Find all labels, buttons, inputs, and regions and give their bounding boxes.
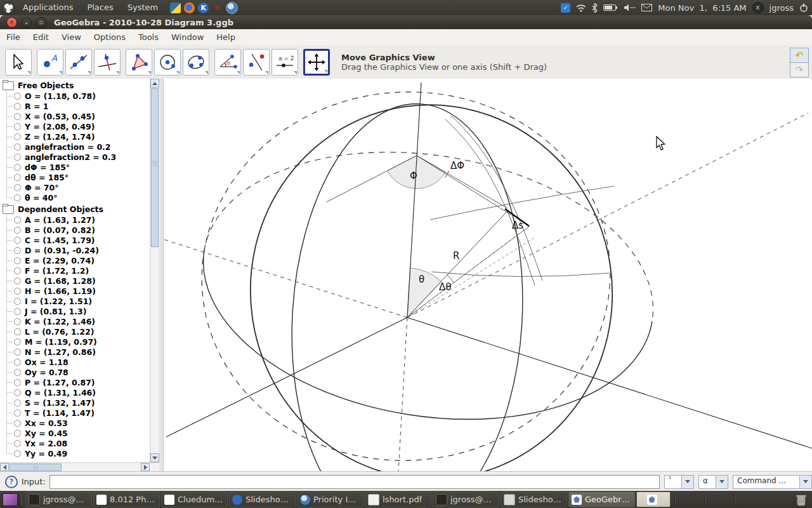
algebra-horizontal-scrollbar[interactable] [0,462,159,472]
object-visibility-bullet[interactable] [14,184,21,191]
battery-icon[interactable] [603,4,619,11]
object-visibility-bullet[interactable] [14,217,21,224]
task-button[interactable] [636,491,671,507]
algebra-object-row[interactable]: T = (1.14, 1.47) [0,408,150,418]
algebra-input-field[interactable] [49,475,660,489]
window-titlebar[interactable]: ✕ ⌄ ▫ GeoGebra - 2010-10-28 Diagram 3.gg… [0,15,812,29]
object-visibility-bullet[interactable] [14,93,21,100]
chevron-down-icon[interactable] [681,476,693,488]
username[interactable]: jgross [769,3,794,13]
algebra-object-row[interactable]: Yx = 2.08 [0,438,150,448]
ubuntu-logo-icon[interactable] [3,2,15,14]
object-visibility-bullet[interactable] [14,113,21,120]
algebra-object-row[interactable]: Oy = 0.78 [0,367,150,377]
algebra-object-row[interactable]: P = (1.27, 0.87) [0,377,150,387]
algebra-object-row[interactable]: F = (1.72, 1.2) [0,265,150,276]
object-visibility-bullet[interactable] [14,133,21,140]
python-icon[interactable] [170,3,181,13]
object-visibility-bullet[interactable] [14,399,21,406]
clock[interactable]: Mon Nov 1, 6:15 AM [658,3,746,13]
algebra-object-row[interactable]: O = (1.18, 0.78) [0,91,150,101]
algebra-view[interactable]: Free Objects O = (1.18, 0.78) R = 1 [0,79,150,462]
algebra-object-row[interactable]: Φ = 70° [0,182,150,192]
algebra-object-row[interactable]: anglefraction2 = 0.3 [0,152,150,162]
object-visibility-bullet[interactable] [14,369,21,376]
menu-file[interactable]: File [0,29,27,45]
menu-edit[interactable]: Edit [27,29,55,45]
object-visibility-bullet[interactable] [14,123,21,130]
tool-reflect-button[interactable] [243,49,270,76]
algebra-object-row[interactable]: Ox = 1.18 [0,357,150,367]
tool-move-button[interactable] [5,49,32,76]
scroll-left-button[interactable] [0,463,9,471]
window-close-button[interactable]: ✕ [6,17,17,28]
algebra-object-row[interactable]: G = (1.68, 1.28) [0,276,150,286]
algebra-object-row[interactable]: M = (1.19, 0.97) [0,337,150,347]
object-visibility-bullet[interactable] [14,277,21,284]
tool-perpendicular-line-button[interactable] [94,49,121,76]
algebra-object-row[interactable]: dΦ = 185° [0,162,150,172]
algebra-object-row[interactable]: L = (0.76, 1.22) [0,326,150,337]
menu-window[interactable]: Window [165,29,210,45]
menu-tools[interactable]: Tools [132,29,165,45]
object-visibility-bullet[interactable] [14,164,21,171]
tool-line-button[interactable] [65,49,92,76]
object-visibility-bullet[interactable] [14,440,21,447]
chevron-down-icon[interactable] [799,476,811,488]
algebra-object-row[interactable]: Xx = 0.53 [0,418,150,428]
command-dropdown[interactable]: Command ... [733,475,812,489]
starburst-icon[interactable]: ✳ [212,3,223,13]
task-button[interactable]: GeoGebra ... [568,491,635,507]
mail-icon[interactable] [641,4,652,11]
window-maximize-button[interactable]: ▫ [36,17,46,28]
object-visibility-bullet[interactable] [14,227,21,234]
object-visibility-bullet[interactable] [14,103,21,110]
kile-icon[interactable]: K [198,3,209,13]
algebra-object-row[interactable]: R = 1 [0,101,150,111]
input-help-icon[interactable]: ? [5,476,18,488]
greek-letter-dropdown[interactable]: α [698,475,728,489]
tool-ellipse-button[interactable] [183,49,209,76]
algebra-object-row[interactable]: dθ = 185° [0,172,150,182]
chevron-down-icon[interactable] [716,476,728,488]
task-button[interactable]: Slideshow.... [501,491,567,507]
panel-splitter[interactable] [159,79,164,471]
algebra-object-row[interactable]: D = (0.91, -0.24) [0,245,150,255]
algebra-object-row[interactable]: B = (0.07, 0.82) [0,225,150,235]
tool-circle-button[interactable] [154,49,181,76]
object-visibility-bullet[interactable] [14,237,21,244]
object-visibility-bullet[interactable] [14,420,21,427]
algebra-object-row[interactable]: K = (1.22, 1.46) [0,316,150,326]
object-visibility-bullet[interactable] [14,328,21,335]
places-menu[interactable]: Places [81,0,119,15]
object-visibility-bullet[interactable] [14,247,21,254]
web-browser-icon[interactable] [226,2,238,14]
menu-options[interactable]: Options [88,29,132,45]
bluetooth-icon[interactable] [592,3,598,13]
graphics-view[interactable]: Φ ΔΦ θ Δθ R Δs [164,79,812,471]
wifi-icon[interactable] [576,3,586,12]
object-visibility-bullet[interactable] [14,359,21,366]
undo-button[interactable]: ↶ [790,48,809,63]
object-visibility-bullet[interactable] [14,154,21,161]
volume-icon[interactable] [624,4,636,11]
window-minimize-button[interactable]: ⌄ [21,17,32,28]
task-button[interactable]: Cluedump ... [161,491,228,507]
algebra-object-row[interactable]: Y = (2.08, 0.49) [0,121,150,131]
object-visibility-bullet[interactable] [14,257,21,264]
object-visibility-bullet[interactable] [14,338,21,345]
tool-angle-button[interactable]: α [214,49,241,76]
algebra-object-row[interactable]: N = (1.27, 0.86) [0,347,150,357]
object-visibility-bullet[interactable] [14,174,21,181]
object-visibility-bullet[interactable] [14,430,21,437]
object-visibility-bullet[interactable] [14,194,21,201]
free-objects-header[interactable]: Free Objects [0,79,150,91]
algebra-object-row[interactable]: I = (1.22, 1.51) [0,296,150,306]
menu-help[interactable]: Help [210,29,242,45]
algebra-object-row[interactable]: C = (1.45, 1.79) [0,235,150,245]
horizontal-scroll-thumb[interactable] [10,464,62,471]
system-menu[interactable]: System [122,0,164,15]
object-visibility-bullet[interactable] [14,288,21,295]
task-button[interactable]: Priority Inb... [297,491,363,507]
algebra-object-row[interactable]: Q = (1.31, 1.46) [0,387,150,398]
